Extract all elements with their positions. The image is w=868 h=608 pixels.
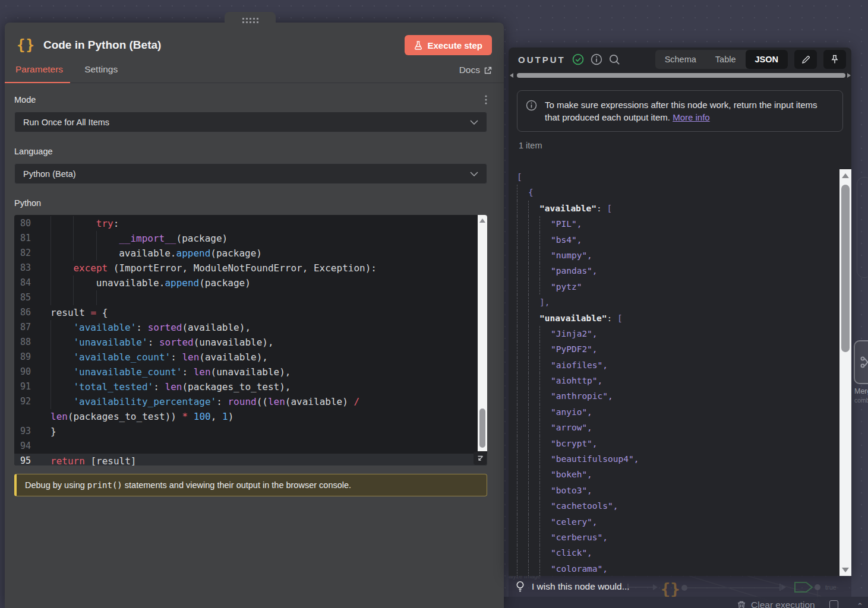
docs-link[interactable]: Docs (459, 65, 504, 83)
info-circle-icon[interactable] (591, 53, 602, 65)
code-line: 93} (14, 424, 487, 439)
code-node-type-icon: {} (17, 37, 35, 53)
workflow-canvas: {} true false alyze Image Merge combine … (0, 0, 868, 608)
pin-icon (831, 55, 839, 64)
json-line: "bs4", (517, 232, 839, 248)
mode-label: Mode (14, 95, 36, 104)
pencil-icon (801, 55, 810, 64)
json-line: "celery", (517, 514, 839, 530)
node-suggestion-input[interactable]: I wish this node would... (532, 581, 630, 592)
json-line: "available": [ (517, 201, 839, 216)
output-view-tabs: Schema Table JSON (655, 50, 788, 69)
tab-settings[interactable]: Settings (70, 64, 125, 83)
code-editor[interactable]: 80try:81__import__(package)82available.a… (14, 215, 487, 466)
info-circle-icon (526, 100, 537, 111)
success-check-icon (572, 53, 584, 65)
output-scrollbar[interactable] (839, 169, 851, 576)
json-line: "pytz" (517, 279, 839, 294)
python-editor-label: Python (14, 198, 41, 208)
execute-step-label: Execute step (427, 40, 482, 50)
json-line: "numpy", (517, 248, 839, 263)
lightbulb-icon (516, 581, 525, 593)
output-scrollbar-thumb[interactable] (841, 185, 850, 352)
output-panel: OUTPUT Schema Table JSON (509, 48, 851, 576)
code-line: 95return [result] (14, 454, 487, 466)
language-label: Language (14, 147, 53, 156)
parameters-body: Mode Run Once for All Items Language Pyt… (5, 83, 504, 496)
code-line: 82available.append(package) (14, 246, 487, 261)
code-line: 94 (14, 439, 487, 454)
json-line: "cerberus", (517, 530, 839, 545)
chevron-down-icon (470, 172, 478, 176)
json-line: "Jinja2", (517, 326, 839, 341)
search-icon[interactable] (609, 54, 620, 65)
code-line: 81__import__(package) (14, 231, 487, 246)
code-line: 91'total_tested': len(packages_to_test), (14, 379, 487, 394)
output-notice: To make sure expressions after this node… (517, 90, 843, 132)
edit-output-button[interactable] (794, 50, 817, 69)
scroll-up-arrow-icon[interactable] (479, 218, 485, 223)
code-line: 80try: (14, 216, 487, 231)
more-info-link[interactable]: More info (673, 112, 710, 122)
json-line: "colorama", (517, 561, 839, 576)
json-line: "click", (517, 545, 839, 560)
merge-icon (860, 356, 868, 369)
editor-scrollbar[interactable] (478, 215, 487, 451)
editor-scrollbar-thumb[interactable] (479, 408, 485, 448)
debug-hint: Debug by using print() statements and vi… (14, 474, 487, 496)
expand-icon (477, 455, 484, 462)
tab-table[interactable]: Table (706, 50, 746, 69)
scroll-right-arrow-icon[interactable] (847, 73, 851, 78)
code-line: len(packages_to_test)) * 100, 1) (14, 409, 487, 424)
scroll-left-arrow-icon[interactable] (510, 73, 513, 78)
json-lines: [{"available": ["PIL","bs4","numpy","pan… (517, 169, 839, 576)
execute-step-button[interactable]: Execute step (405, 35, 492, 55)
kebab-menu-icon[interactable] (485, 95, 487, 104)
node-settings-panel: {} Code in Python (Beta) Execute step Pa… (5, 23, 504, 608)
tab-parameters[interactable]: Parameters (5, 64, 70, 83)
code-line: 88'unavailable': sorted(unavailable), (14, 335, 487, 350)
language-select[interactable]: Python (Beta) (14, 163, 487, 184)
tab-schema[interactable]: Schema (655, 50, 706, 69)
json-line: "arrow", (517, 420, 839, 435)
collapse-chevron-icon[interactable]: ⌃ (857, 601, 863, 608)
mode-value: Run Once for All Items (23, 118, 109, 127)
json-line: "aiohttp", (517, 373, 839, 388)
drag-dots-icon (242, 18, 258, 23)
json-output[interactable]: [{"available": ["PIL","bs4","numpy","pan… (509, 169, 839, 576)
expand-editor-button[interactable] (474, 452, 487, 465)
json-line: "boto3", (517, 483, 839, 498)
h-scrollbar-thumb[interactable] (517, 73, 845, 78)
code-line: 86result = { (14, 305, 487, 320)
pin-data-button[interactable] (823, 50, 846, 69)
scroll-down-arrow-icon[interactable] (842, 568, 849, 572)
json-line: "bcrypt", (517, 436, 839, 451)
mode-select[interactable]: Run Once for All Items (14, 112, 487, 132)
json-line: { (517, 185, 839, 200)
execution-toolbar: Clear execution ⌃ (504, 597, 868, 608)
debug-hint-code: print() (87, 480, 122, 490)
tab-json[interactable]: JSON (746, 50, 788, 69)
panel-drag-handle[interactable] (225, 12, 276, 25)
json-line: "PyPDF2", (517, 341, 839, 357)
merge-node-subtitle: combine (854, 397, 868, 404)
json-line: "PIL", (517, 216, 839, 232)
chevron-down-icon (470, 120, 478, 125)
debug-hint-text-2: statements and viewing their output in t… (122, 480, 351, 490)
output-body: To make sure expressions after this node… (509, 80, 851, 150)
node-title[interactable]: Code in Python (Beta) (43, 39, 161, 52)
code-line: 90'unavailable_count': len(unavailable), (14, 365, 487, 379)
node-header: {} Code in Python (Beta) Execute step (5, 23, 504, 56)
output-h-scrollbar[interactable] (509, 71, 851, 80)
external-link-icon (484, 66, 492, 74)
code-line: 87'available': sorted(available), (14, 320, 487, 335)
logs-icon[interactable] (829, 600, 838, 608)
merge-node[interactable] (854, 340, 868, 384)
clear-execution-button[interactable]: Clear execution (737, 600, 815, 608)
code-line: 84unavailable.append(package) (14, 276, 487, 290)
json-line: ], (517, 294, 839, 310)
node-suggestion-bar[interactable]: I wish this node would... (509, 576, 851, 597)
canvas-node-outline (857, 177, 868, 278)
scroll-up-arrow-icon[interactable] (842, 173, 849, 178)
code-line: 89'available_count': len(available), (14, 350, 487, 365)
